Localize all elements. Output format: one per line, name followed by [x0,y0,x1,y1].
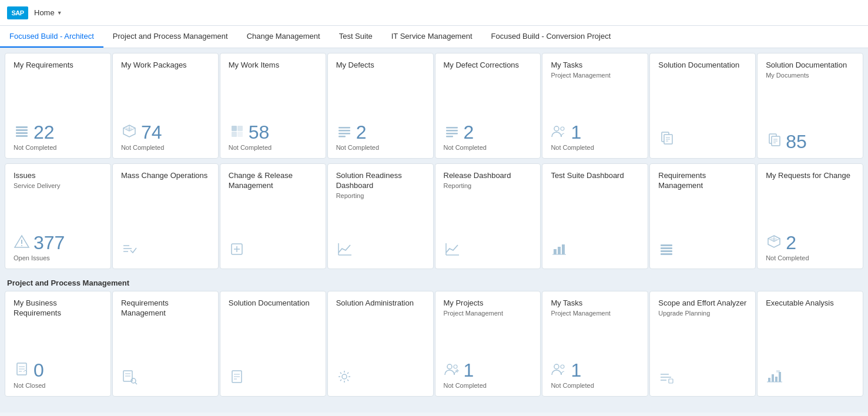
tile-status-my-tasks-2: Not Completed [551,382,594,389]
tile-subtitle-my-projects: Project Management [444,310,532,317]
tile-icon-executable-analysis [766,368,782,389]
tile-grid-row1: My Requirements 22 Not CompletedMy Work … [5,53,863,159]
tile-body-my-requirements: 22 Not Completed [14,72,102,151]
svg-rect-15 [339,133,350,135]
tile-title-my-requirements: My Requirements [14,61,102,71]
tile-body-solution-documentation-my-docs: 85 [766,81,854,151]
svg-rect-50 [661,244,672,246]
svg-rect-2 [16,132,28,134]
tile-title-my-work-packages: My Work Packages [121,61,210,71]
tile-number-my-work-packages: 74 [141,123,162,142]
tile-my-work-packages[interactable]: My Work Packages 74 Not Completed [112,53,219,159]
tile-title-requirements-management-2: Requirements Management [121,298,210,318]
tile-body-executable-analysis [766,310,854,389]
tile-number-row-my-tasks-2: 1 [551,361,581,380]
tile-my-defect-corrections[interactable]: My Defect Corrections 2 Not Completed [435,53,541,159]
tile-icon-my-work-packages [121,123,138,142]
tile-test-suite-dashboard[interactable]: Test Suite Dashboard [542,163,648,269]
tile-my-projects[interactable]: My ProjectsProject Management 1 Not Comp… [435,291,541,397]
tile-icon-requirements-management-2 [121,368,138,389]
nav-tab-focused-build-architect[interactable]: Focused Build - Architect [0,26,103,48]
home-arrow: ▼ [57,10,62,16]
tile-number-my-requirements: 22 [33,123,55,142]
tile-solution-documentation-my-docs[interactable]: Solution DocumentationMy Documents 85 [757,53,863,159]
tile-number-row-my-tasks: 1 [551,123,581,142]
tile-issues[interactable]: IssuesService Delivery 377 Open Issues [5,163,111,269]
tile-my-work-items[interactable]: My Work Items 58 Not Completed [220,53,326,159]
tile-title-my-tasks-2: My Tasks [551,298,639,308]
nav-tab-test-suite[interactable]: Test Suite [330,26,382,48]
tile-title-my-defect-corrections: My Defect Corrections [444,61,532,71]
tile-icon-mass-change [121,241,138,261]
svg-rect-0 [16,126,28,128]
tile-my-defects[interactable]: My Defects 2 Not Completed [327,53,434,159]
nav-tab-change-management[interactable]: Change Management [237,26,330,48]
tile-release-dashboard[interactable]: Release DashboardReporting [435,163,541,269]
nav-tabs: Focused Build - ArchitectProject and Pro… [0,26,868,48]
tile-requirements-management-2[interactable]: Requirements Management [112,291,219,397]
tile-icon-my-tasks [551,123,567,142]
tile-subtitle-solution-documentation-my-docs: My Documents [766,72,854,79]
tile-title-executable-analysis: Executable Analysis [766,298,854,308]
tile-body-my-defects: 2 Not Completed [336,72,425,151]
tile-icon-my-defects [336,123,353,142]
svg-rect-53 [661,253,672,255]
tile-body-my-tasks-2: 1 Not Completed [551,319,639,389]
tile-body-solution-readiness [336,202,425,261]
svg-rect-47 [558,247,561,254]
tile-icon-release-dashboard [444,241,460,261]
tile-my-tasks[interactable]: My TasksProject Management 1 Not Complet… [542,53,648,159]
tile-body-mass-change [121,182,210,261]
tile-my-requirements[interactable]: My Requirements 22 Not Completed [5,53,111,159]
nav-tab-focused-build-conversion[interactable]: Focused Build - Conversion Project [482,26,621,48]
tile-subtitle-issues: Service Delivery [14,182,102,189]
tile-title-my-business-requirements: My Business Requirements [14,298,102,318]
tile-icon-change-release [229,241,245,261]
tile-executable-analysis[interactable]: Executable Analysis [757,291,863,397]
tile-body-release-dashboard [444,192,532,261]
svg-rect-16 [339,136,346,137]
svg-rect-87 [776,370,780,373]
svg-rect-9 [232,126,237,131]
tile-requirements-management[interactable]: Requirements Management [649,163,756,269]
tile-mass-change[interactable]: Mass Change Operations [112,163,219,269]
tile-solution-documentation-2[interactable]: Solution Documentation [220,291,326,397]
tile-my-tasks-2[interactable]: My TasksProject Management 1 Not Complet… [542,291,648,397]
tile-number-my-tasks: 1 [571,123,581,142]
svg-marker-58 [770,238,777,242]
tile-solution-readiness[interactable]: Solution Readiness DashboardReporting [327,163,434,269]
tile-number-issues: 377 [33,233,65,252]
main-content: My Requirements 22 Not CompletedMy Work … [0,48,868,412]
nav-tab-it-service[interactable]: IT Service Management [382,26,482,48]
tile-icon-my-work-items [229,123,245,142]
tile-body-requirements-management [658,192,747,261]
svg-point-72 [342,374,347,379]
tile-body-solution-administration [336,310,425,389]
tile-my-business-requirements[interactable]: My Business Requirements 0 Not Closed [5,291,111,397]
svg-rect-3 [16,135,28,137]
svg-rect-17 [446,127,458,129]
home-menu[interactable]: Home ▼ [34,8,62,17]
tile-scope-effort[interactable]: Scope and Effort AnalyzerUpgrade Plannin… [649,291,756,397]
svg-point-77 [554,364,559,369]
tile-body-my-defect-corrections: 2 Not Completed [444,72,532,151]
tile-change-release[interactable]: Change & Release Management [220,163,326,269]
nav-tab-project-process[interactable]: Project and Process Management [103,26,237,48]
tile-status-my-tasks: Not Completed [551,144,594,151]
svg-rect-14 [339,130,350,132]
tile-solution-administration[interactable]: Solution Administration [327,291,434,397]
tile-subtitle-release-dashboard: Reporting [444,182,532,189]
tile-solution-documentation[interactable]: Solution Documentation [649,53,756,159]
tile-icon-issues [14,233,30,252]
tile-subtitle-solution-readiness: Reporting [336,192,425,199]
svg-rect-1 [16,129,28,131]
svg-rect-86 [779,372,781,382]
tile-title-solution-administration: Solution Administration [336,298,425,308]
sap-logo: SAP [7,6,28,19]
tile-title-change-release: Change & Release Management [229,171,317,191]
tile-number-row-my-defect-corrections: 2 [444,123,474,142]
svg-rect-19 [446,133,458,135]
tile-title-solution-documentation-my-docs: Solution Documentation [766,61,854,71]
tile-my-requests-for-change[interactable]: My Requests for Change 2 Not Completed [757,163,863,269]
tile-title-solution-documentation-2: Solution Documentation [229,298,317,308]
